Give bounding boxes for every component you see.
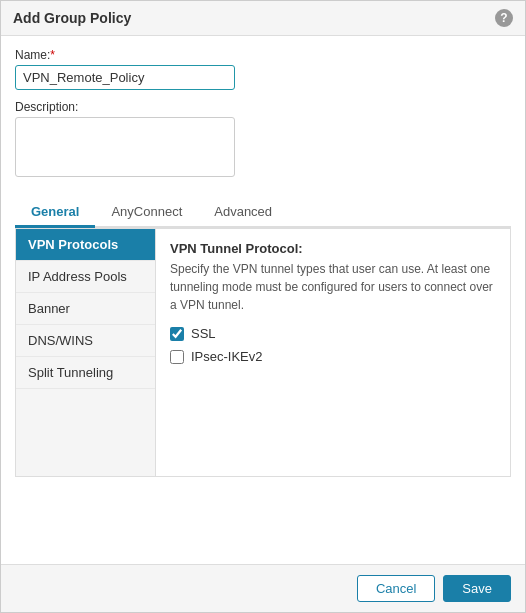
ipsec-ikev2-label[interactable]: IPsec-IKEv2 [191, 349, 263, 364]
cancel-button[interactable]: Cancel [357, 575, 435, 602]
name-form-group: Name:* [15, 48, 511, 90]
dialog-title: Add Group Policy [13, 10, 131, 26]
panel-title: VPN Tunnel Protocol: [170, 241, 496, 256]
ssl-label[interactable]: SSL [191, 326, 216, 341]
tabs-bar: General AnyConnect Advanced [15, 198, 511, 228]
name-input[interactable] [15, 65, 235, 90]
sidebar-item-dns-wins[interactable]: DNS/WINS [16, 325, 155, 357]
tab-anyconnect[interactable]: AnyConnect [95, 198, 198, 228]
ssl-checkbox[interactable] [170, 327, 184, 341]
description-textarea[interactable] [15, 117, 235, 177]
ssl-checkbox-row: SSL [170, 326, 496, 341]
description-label: Description: [15, 100, 511, 114]
sidebar: VPN Protocols IP Address Pools Banner DN… [16, 229, 156, 476]
save-button[interactable]: Save [443, 575, 511, 602]
dialog-footer: Cancel Save [1, 564, 525, 612]
help-icon[interactable]: ? [495, 9, 513, 27]
panel-description: Specify the VPN tunnel types that user c… [170, 260, 496, 314]
sidebar-item-vpn-protocols[interactable]: VPN Protocols [16, 229, 155, 261]
main-panel: VPN Tunnel Protocol: Specify the VPN tun… [156, 229, 510, 476]
tab-general[interactable]: General [15, 198, 95, 228]
description-form-group: Description: [15, 100, 511, 180]
sidebar-item-banner[interactable]: Banner [16, 293, 155, 325]
add-group-policy-dialog: Add Group Policy ? Name:* Description: G… [0, 0, 526, 613]
tab-advanced[interactable]: Advanced [198, 198, 288, 228]
sidebar-item-ip-address-pools[interactable]: IP Address Pools [16, 261, 155, 293]
content-area: VPN Protocols IP Address Pools Banner DN… [15, 228, 511, 477]
sidebar-item-split-tunneling[interactable]: Split Tunneling [16, 357, 155, 389]
ipsec-ikev2-checkbox[interactable] [170, 350, 184, 364]
dialog-header: Add Group Policy ? [1, 1, 525, 36]
name-label: Name:* [15, 48, 511, 62]
ipsec-checkbox-row: IPsec-IKEv2 [170, 349, 496, 364]
dialog-body: Name:* Description: General AnyConnect A… [1, 36, 525, 564]
